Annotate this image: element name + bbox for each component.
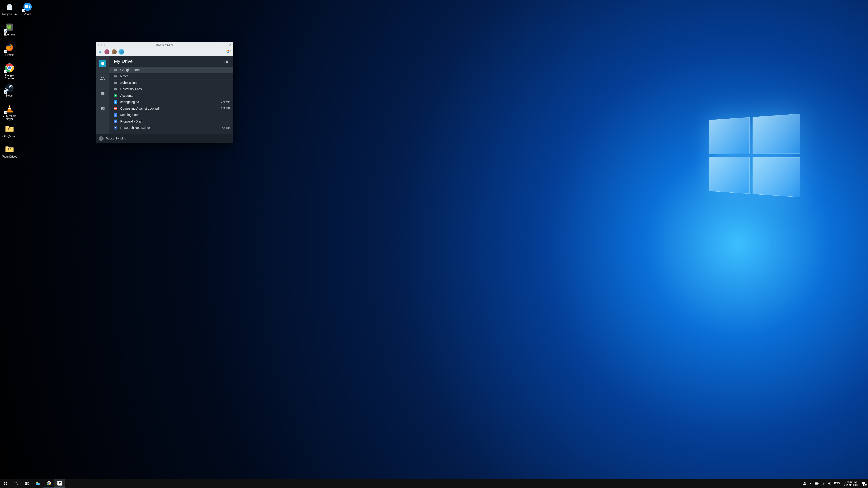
desktop-icon-firefox[interactable]: ↗Firefox: [1, 41, 18, 61]
desktop-icon-recycle-bin[interactable]: Recycle Bin: [1, 1, 18, 20]
desktop-icon-nikki-insy-[interactable]: nikki@insy...: [1, 123, 18, 142]
svg-rect-10: [9, 106, 10, 107]
svg-rect-0: [8, 4, 11, 5]
pause-sync-label[interactable]: Pause Syncing: [106, 137, 126, 140]
file-row[interactable]: Meeting notes: [110, 112, 233, 119]
gsheet-icon: [114, 94, 118, 97]
tray-chevron-icon[interactable]: [809, 482, 812, 485]
desktop-icons-col2: ↗Zoom: [19, 1, 36, 21]
svg-rect-26: [28, 482, 29, 485]
taskbar-file-explorer[interactable]: [33, 479, 43, 488]
sidebar-item-my-drive[interactable]: [99, 60, 106, 67]
desktop-icon-team-drives[interactable]: Team Drives: [1, 143, 18, 162]
svg-rect-35: [815, 483, 817, 484]
search-button[interactable]: [11, 479, 22, 488]
file-row[interactable]: changelog.txt2.9 MB: [110, 99, 233, 105]
file-name: Accounts: [120, 94, 230, 97]
file-size: 2.9 MB: [221, 100, 230, 104]
status-footer: Pause Syncing: [96, 134, 233, 143]
file-list: Google PhotosNotesSubmissionsUniversity …: [110, 67, 233, 134]
taskbar: ENG 12:05 PM 20/09/2018 25: [0, 479, 868, 488]
file-size: 7.6 KB: [221, 126, 230, 130]
start-button[interactable]: [0, 479, 11, 488]
language-indicator[interactable]: ENG: [834, 482, 840, 485]
task-view-button[interactable]: [22, 479, 33, 488]
svg-rect-13: [25, 5, 29, 8]
file-name: Google Photos: [120, 68, 230, 72]
clock-time: 12:05 PM: [844, 480, 858, 484]
add-google-account-button[interactable]: +: [226, 49, 231, 54]
gdoc-icon: [114, 120, 118, 123]
file-row[interactable]: PDFCompeting Against Luck.pdf1.5 MB: [110, 105, 233, 112]
file-name: Competing Against Luck.pdf: [120, 107, 218, 110]
file-row[interactable]: WResearch Notes.docx7.6 KB: [110, 125, 233, 131]
svg-point-8: [10, 86, 11, 87]
file-name: changelog.txt: [120, 100, 218, 104]
account-bar: +: [96, 48, 233, 56]
main-pane: My Drive Google PhotosNotesSubmissionsUn…: [110, 56, 233, 134]
svg-rect-34: [818, 483, 818, 484]
taskbar-chrome[interactable]: [43, 479, 54, 488]
file-row[interactable]: Notes: [110, 73, 233, 80]
file-row[interactable]: Google Photos: [110, 67, 233, 73]
insync-menu-icon[interactable]: [98, 50, 102, 54]
file-name: Submissions: [120, 81, 230, 85]
volume-icon[interactable]: [828, 482, 831, 485]
window-title: Insync v1.5.0: [96, 43, 233, 46]
account-avatar-3-active[interactable]: [119, 49, 124, 54]
people-icon[interactable]: [802, 482, 806, 486]
folder-icon: [114, 87, 118, 91]
desktop-icons-col1: Recycle Bin↗Evernote↗Firefox↗Google Chro…: [1, 1, 18, 164]
folder-icon: [114, 81, 118, 85]
sidebar-item-shared[interactable]: [99, 75, 106, 82]
pdf-icon: PDF: [114, 107, 118, 110]
clock-date: 20/09/2018: [844, 484, 858, 487]
system-tray: ENG 12:05 PM 20/09/2018 25: [800, 479, 868, 488]
svg-text:W: W: [115, 127, 117, 129]
close-button[interactable]: ✕: [229, 43, 231, 46]
sidebar-item-team-drives[interactable]: [99, 90, 106, 97]
sidebar: [96, 56, 110, 134]
svg-text:PDF: PDF: [115, 108, 117, 109]
desktop-icon-google-chrome[interactable]: ↗Google Chrome: [1, 62, 18, 81]
insync-window: Insync v1.5.0 — ✕ +: [96, 42, 233, 143]
file-row[interactable]: University Files: [110, 86, 233, 93]
svg-rect-25: [25, 482, 27, 485]
account-avatar-2[interactable]: [112, 49, 117, 54]
battery-icon[interactable]: [815, 482, 819, 485]
wifi-icon[interactable]: [822, 482, 825, 485]
action-center-icon[interactable]: 25: [862, 482, 866, 486]
file-name: Research Notes.docx: [120, 126, 219, 130]
file-name: Notes: [120, 74, 230, 78]
wallpaper-windows-logo: [709, 114, 800, 197]
minimize-button[interactable]: —: [222, 43, 225, 46]
txt-icon: [114, 100, 118, 104]
page-title: My Drive: [114, 59, 133, 64]
notification-badge: 25: [863, 484, 867, 486]
folder-icon: [114, 68, 118, 72]
file-name: Meeting notes: [120, 113, 230, 117]
titlebar[interactable]: Insync v1.5.0 — ✕: [96, 42, 233, 48]
sidebar-item-settings[interactable]: [99, 105, 106, 112]
svg-rect-28: [25, 485, 29, 485]
desktop-icon-zoom[interactable]: ↗Zoom: [19, 1, 36, 20]
taskbar-insync[interactable]: [54, 479, 65, 488]
file-name: University Files: [120, 87, 230, 91]
desktop-icon-evernote[interactable]: ↗Evernote: [1, 21, 18, 40]
file-row[interactable]: Proposal - Draft: [110, 118, 233, 125]
pause-sync-button[interactable]: [99, 136, 103, 141]
view-options-icon[interactable]: [224, 59, 229, 64]
svg-point-24: [15, 482, 17, 484]
account-avatar-1[interactable]: [104, 49, 110, 54]
svg-rect-11: [8, 108, 11, 109]
svg-rect-27: [25, 482, 29, 482]
folder-icon: [114, 74, 118, 78]
file-name: Proposal - Draft: [120, 120, 230, 123]
clock[interactable]: 12:05 PM 20/09/2018: [843, 480, 859, 487]
window-traffic-dots: [98, 44, 105, 46]
desktop-icon-steam[interactable]: ↗Steam: [1, 82, 18, 101]
desktop-icon-vlc-media-player[interactable]: ↗VLC media player: [1, 103, 18, 122]
file-row[interactable]: Submissions: [110, 79, 233, 86]
file-size: 1.5 MB: [221, 107, 230, 110]
file-row[interactable]: Accounts: [110, 92, 233, 99]
